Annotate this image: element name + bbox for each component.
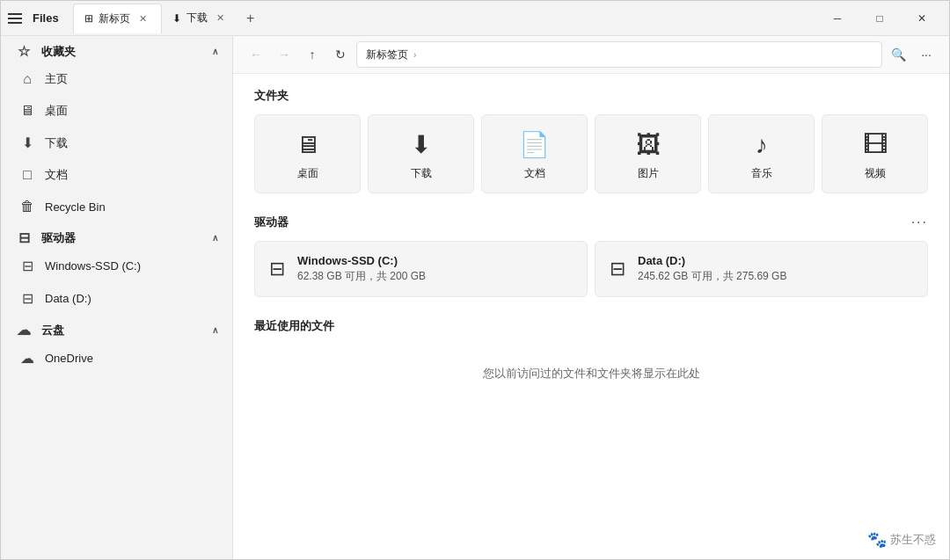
content-area: 文件夹 🖥 桌面 ⬇ 下载 📄 文档 🖼 图片 ♪ 音乐 🎞 视频 驱动器 ··… (233, 74, 949, 559)
tab-add-button[interactable]: + (238, 6, 263, 31)
tab-download-close[interactable]: ✕ (213, 11, 228, 25)
tab-new-icon: ⊞ (84, 12, 93, 25)
refresh-button[interactable]: ↻ (328, 42, 353, 67)
drive-icon: ⊟ (610, 258, 625, 280)
sidebar-downloads-label: 下载 (45, 135, 68, 151)
sidebar-item-drive-d[interactable]: ⊟ Data (D:) (4, 283, 229, 314)
watermark: 🐾 苏生不惑 (867, 530, 936, 549)
drive-card[interactable]: ⊟ Windows-SSD (C:) 62.38 GB 可用，共 200 GB (254, 241, 588, 297)
folder-label: 图片 (638, 166, 659, 181)
window-controls: ─ □ ✕ (817, 4, 942, 33)
folder-label: 文档 (524, 166, 545, 181)
drive-capacity: 62.38 GB 可用，共 200 GB (297, 269, 426, 284)
hamburger-menu-icon[interactable] (8, 10, 26, 27)
more-options-button[interactable]: ··· (914, 42, 939, 67)
recycle-bin-icon: 🗑 (18, 199, 36, 215)
up-button[interactable]: ↑ (300, 42, 325, 67)
sidebar-item-desktop[interactable]: 🖥 桌面 (4, 96, 229, 126)
folder-icon: 🖼 (636, 130, 661, 159)
home-icon: ⌂ (18, 71, 36, 87)
document-icon: □ (18, 167, 36, 183)
folder-label: 下载 (411, 166, 432, 181)
drive-info: Data (D:) 245.62 GB 可用，共 275.69 GB (638, 254, 786, 284)
address-bar[interactable]: 新标签页 › (356, 41, 882, 68)
sidebar-section-drives[interactable]: ⊟ 驱动器 ∧ (1, 222, 232, 250)
sidebar-documents-label: 文档 (45, 167, 68, 183)
tab-new-label: 新标页 (99, 11, 130, 26)
recent-section-title: 最近使用的文件 (254, 318, 334, 334)
sidebar-home-label: 主页 (45, 71, 68, 87)
toolbar: ← → ↑ ↻ 新标签页 › 🔍 ··· (233, 36, 949, 74)
sidebar-recycle-label: Recycle Bin (45, 200, 106, 214)
drives-chevron-icon: ∧ (212, 233, 218, 243)
folder-card[interactable]: 🎞 视频 (822, 114, 928, 193)
tab-download[interactable]: ⬇ 下载 ✕ (162, 4, 238, 33)
sidebar-favorites-label: 收藏夹 (41, 44, 76, 60)
sidebar-section-cloud[interactable]: ☁ 云盘 ∧ (1, 315, 232, 342)
drives-more-button[interactable]: ··· (911, 215, 928, 230)
forward-button[interactable]: → (272, 42, 296, 67)
drive-card[interactable]: ⊟ Data (D:) 245.62 GB 可用，共 275.69 GB (595, 241, 928, 297)
desktop-icon: 🖥 (18, 103, 36, 119)
folder-icon: 📄 (519, 130, 550, 159)
sidebar-onedrive-label: OneDrive (45, 352, 93, 365)
tab-download-label: 下载 (186, 11, 208, 25)
tab-new[interactable]: ⊞ 新标页 ✕ (73, 4, 162, 33)
sidebar-section-favorites[interactable]: ☆ 收藏夹 ∧ (1, 36, 232, 63)
folder-label: 视频 (865, 166, 886, 181)
sidebar: ☆ 收藏夹 ∧ ⌂ 主页 🖥 桌面 ⬇ 下载 □ 文档 🗑 Recycle Bi… (1, 36, 233, 559)
sidebar-item-drive-c[interactable]: ⊟ Windows-SSD (C:) (4, 251, 229, 281)
restore-button[interactable]: □ (859, 4, 900, 33)
cloud-icon: ☁ (15, 322, 33, 338)
folder-icon: ⬇ (411, 130, 431, 159)
download-icon: ⬇ (18, 135, 36, 151)
watermark-text: 苏生不惑 (890, 532, 936, 548)
search-button[interactable]: 🔍 (886, 42, 910, 67)
drive-name: Data (D:) (638, 254, 786, 267)
folder-icon: ♪ (756, 131, 768, 159)
sidebar-cloud-label: 云盘 (41, 323, 64, 338)
folder-card[interactable]: 🖥 桌面 (254, 114, 361, 193)
drive-name: Windows-SSD (C:) (297, 254, 426, 267)
back-button[interactable]: ← (244, 42, 268, 67)
folders-section-header: 文件夹 (254, 88, 928, 104)
cloud-chevron-icon: ∧ (212, 325, 218, 335)
sidebar-item-documents[interactable]: □ 文档 (4, 160, 229, 190)
folder-card[interactable]: ⬇ 下载 (368, 114, 474, 193)
recent-section: 您以前访问过的文件和文件夹将显示在此处 (254, 345, 928, 403)
folder-icon: 🎞 (863, 130, 888, 159)
sidebar-drives-label: 驱动器 (41, 230, 76, 246)
sidebar-item-recycle-bin[interactable]: 🗑 Recycle Bin (4, 192, 229, 222)
favorites-chevron-icon: ∧ (212, 47, 218, 56)
address-text: 新标签页 (366, 47, 408, 62)
close-button[interactable]: ✕ (902, 4, 942, 33)
tab-download-icon: ⬇ (172, 12, 181, 25)
recent-section-header: 最近使用的文件 (254, 318, 928, 334)
folder-grid: 🖥 桌面 ⬇ 下载 📄 文档 🖼 图片 ♪ 音乐 🎞 视频 (254, 114, 928, 193)
minimize-button[interactable]: ─ (817, 4, 858, 33)
star-icon: ☆ (15, 43, 33, 60)
folder-card[interactable]: 🖼 图片 (595, 114, 701, 193)
drive-d-icon: ⊟ (18, 290, 36, 307)
drive-info: Windows-SSD (C:) 62.38 GB 可用，共 200 GB (297, 254, 426, 284)
drives-section-header: 驱动器 ··· (254, 215, 928, 230)
drive-grid: ⊟ Windows-SSD (C:) 62.38 GB 可用，共 200 GB … (254, 241, 928, 297)
drive-c-icon: ⊟ (18, 258, 36, 274)
sidebar-drive-c-label: Windows-SSD (C:) (45, 259, 141, 273)
sidebar-item-home[interactable]: ⌂ 主页 (4, 64, 229, 94)
drives-icon: ⊟ (15, 229, 33, 246)
title-bar: Files ⊞ 新标页 ✕ ⬇ 下载 ✕ + ─ □ ✕ (1, 1, 949, 36)
onedrive-icon: ☁ (18, 350, 36, 367)
sidebar-drive-d-label: Data (D:) (45, 292, 91, 305)
sidebar-item-downloads[interactable]: ⬇ 下载 (4, 127, 229, 158)
sidebar-item-onedrive[interactable]: ☁ OneDrive (4, 343, 229, 374)
folder-card[interactable]: 📄 文档 (481, 114, 588, 193)
right-panel: ← → ↑ ↻ 新标签页 › 🔍 ··· 文件夹 🖥 桌面 ⬇ 下载 📄 文 (233, 36, 949, 559)
watermark-icon: 🐾 (867, 530, 887, 549)
tab-new-close[interactable]: ✕ (135, 11, 150, 26)
address-chevron-icon: › (413, 50, 416, 60)
recent-empty-label: 您以前访问过的文件和文件夹将显示在此处 (254, 345, 928, 403)
folder-card[interactable]: ♪ 音乐 (708, 114, 815, 193)
main-layout: ☆ 收藏夹 ∧ ⌂ 主页 🖥 桌面 ⬇ 下载 □ 文档 🗑 Recycle Bi… (1, 36, 949, 559)
folder-label: 音乐 (751, 166, 772, 181)
